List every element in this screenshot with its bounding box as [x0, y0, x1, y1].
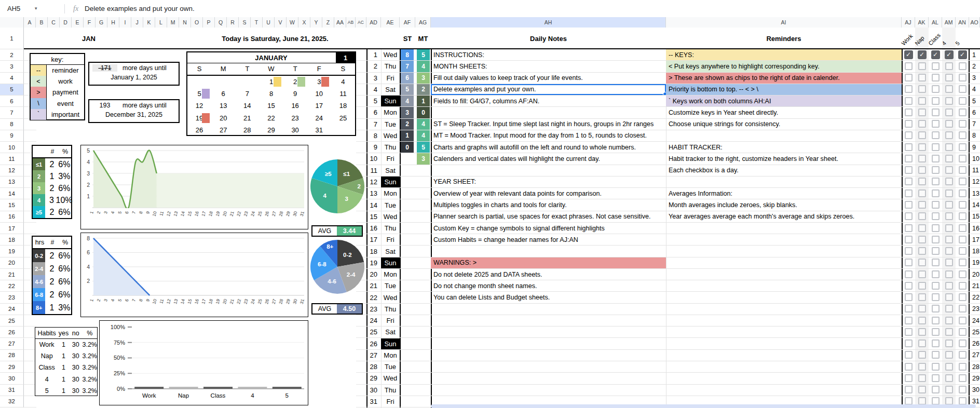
day-name-cell[interactable]: Mon [381, 188, 400, 199]
grid-line[interactable] [24, 396, 36, 407]
habit-checkbox-Work[interactable] [905, 351, 913, 359]
habit-checkbox-4[interactable] [945, 293, 953, 301]
key-symbol[interactable]: ` [31, 109, 47, 120]
habit-checkbox-4[interactable] [945, 282, 953, 290]
day-number-cell[interactable]: 8 [366, 130, 381, 141]
mood-tracker-cell[interactable]: 4 [417, 119, 430, 130]
day-number-cell[interactable]: 23 [366, 304, 381, 315]
day-name-cell[interactable]: Thu [381, 61, 400, 72]
habit-checkbox-Class[interactable]: ✓ [931, 50, 940, 59]
calendar-date[interactable]: 29 [267, 126, 275, 134]
day-name-cell[interactable]: Sun [381, 257, 400, 268]
habit-checkbox-5[interactable] [959, 247, 967, 255]
habits-summary-table[interactable]: Habitsyesno%Work1303.2%Nap1303.2%Class13… [35, 327, 98, 396]
day-row[interactable]: 20MonDo not delete 2025 and DATA sheets.… [366, 269, 980, 280]
habit-checkbox-4[interactable] [945, 224, 953, 232]
daily-note-cell[interactable]: MONTH SHEETS: [431, 61, 666, 72]
habit-checkbox-Nap[interactable] [918, 178, 926, 185]
day-name-cell[interactable]: Fri [381, 396, 400, 407]
scale-percent[interactable]: 6% [58, 275, 71, 288]
day-index-cell[interactable]: 12 [969, 176, 980, 187]
habit-checkbox-4[interactable] [945, 339, 953, 347]
column-header-AO[interactable]: AO [969, 17, 980, 28]
calendar-day-header[interactable]: S [187, 63, 211, 75]
day-number-cell[interactable]: 31 [366, 396, 381, 407]
calendar-date[interactable]: 16 [291, 102, 298, 110]
reminder-cell[interactable] [666, 234, 902, 245]
countdown-box[interactable]: 193more days untilDecember 31, 2025 [88, 99, 180, 123]
calendar-date-cell[interactable]: 4 [331, 76, 355, 88]
habit-name[interactable]: Nap [35, 352, 58, 360]
day-name-cell[interactable]: Sat [381, 327, 400, 337]
habit-checkbox-Nap[interactable] [918, 328, 926, 336]
day-index-cell[interactable]: 18 [969, 246, 980, 256]
day-index-cell[interactable]: 2 [969, 61, 980, 72]
day-name-cell[interactable]: Fri [381, 73, 400, 84]
row-header-17[interactable]: 17 [0, 223, 24, 234]
grid-line[interactable] [356, 373, 366, 384]
habit-checkbox-Nap[interactable] [918, 236, 926, 243]
day-name-cell[interactable]: Wed [381, 49, 400, 60]
habit-checkbox-Work[interactable] [905, 212, 913, 220]
habit-checkbox-5[interactable] [959, 108, 967, 116]
day-number-cell[interactable]: 5 [366, 96, 381, 106]
habit-checkbox-4[interactable] [945, 201, 953, 209]
day-index-cell[interactable]: 7 [969, 119, 980, 130]
daily-note-cell[interactable]: Multiples toggles in charts and tools fo… [431, 199, 666, 210]
habit-checkbox-Class[interactable] [932, 201, 940, 209]
countdown-box[interactable]: -171more days untilJanuary 1, 2025 [88, 62, 180, 86]
habit-checkbox-4[interactable] [945, 120, 953, 128]
habit-checkbox-Class[interactable] [932, 155, 940, 162]
day-row[interactable]: 17FriCustom Habits = change header names… [366, 234, 980, 246]
day-number-cell[interactable]: 21 [366, 280, 381, 291]
reminder-cell[interactable]: HABIT TRACKER: [666, 142, 902, 153]
scale-percent[interactable]: 6% [58, 206, 71, 218]
calendar-date-cell[interactable]: 1 [259, 76, 283, 88]
habit-checkbox-4[interactable] [945, 143, 953, 151]
calendar-date[interactable]: 30 [291, 126, 298, 134]
day-name-cell[interactable]: Mon [381, 269, 400, 280]
sleep-tracker-cell[interactable]: 6 [401, 73, 414, 84]
column-header-U[interactable]: U [263, 17, 275, 28]
key-label[interactable]: payment [47, 87, 84, 98]
key-symbol[interactable]: < [31, 76, 47, 87]
reminder-cell[interactable]: > These are shown as chips to the right … [666, 73, 902, 84]
day-name-cell[interactable]: Sun [381, 96, 400, 106]
scale-percent[interactable]: 3% [58, 170, 71, 182]
day-name-cell[interactable]: Thu [381, 142, 400, 153]
habit-checkbox-Work[interactable] [905, 143, 913, 151]
habit-checkbox-5[interactable] [959, 270, 967, 278]
day-index-cell[interactable]: 20 [969, 269, 980, 280]
calendar-date[interactable]: 11 [339, 90, 347, 98]
sleep-tracker-header[interactable]: ST [400, 28, 415, 49]
sleep-tracker-cell[interactable]: 4 [401, 96, 414, 106]
scale-row[interactable]: 4310% [33, 194, 71, 206]
habit-checkbox-5[interactable] [959, 317, 967, 324]
day-number-cell[interactable]: 4 [366, 84, 381, 95]
habit-checkbox-Class[interactable] [932, 259, 940, 266]
calendar-key-chip[interactable] [202, 113, 210, 123]
daily-note-cell[interactable]: You can delete Lists and Budget sheets. [431, 292, 666, 303]
calendar-date-cell[interactable]: 19 [187, 112, 211, 124]
day-row[interactable]: 11SatEach checkbox is a day.11 [366, 165, 980, 176]
day-number-cell[interactable]: 28 [366, 361, 381, 372]
day-name-cell[interactable]: Thu [381, 223, 400, 234]
habit-checkbox-Class[interactable] [932, 108, 940, 116]
habit-value[interactable]: 30 [69, 387, 83, 395]
calendar-date[interactable]: 10 [316, 90, 323, 98]
column-header-Q[interactable]: Q [215, 17, 227, 28]
habit-checkbox-4[interactable] [945, 131, 953, 139]
habit-value[interactable]: 3.2% [82, 387, 97, 395]
grid-line[interactable] [356, 396, 366, 407]
habit-checkbox-Work[interactable] [905, 85, 913, 93]
scale-row[interactable]: 326% [33, 182, 71, 194]
reminder-cell[interactable] [666, 315, 902, 326]
day-index-cell[interactable]: 28 [969, 361, 980, 372]
day-index-cell[interactable]: 3 [969, 73, 980, 84]
row-header-8[interactable]: 8 [0, 119, 24, 130]
calendar-date[interactable]: 21 [243, 114, 251, 122]
grid-line[interactable] [356, 73, 366, 84]
calendar-date-cell[interactable]: 5 [187, 88, 211, 100]
sleep-tracker-cell[interactable]: 0 [401, 142, 414, 153]
reminder-cell[interactable]: Habit tracker to the right, customize he… [666, 153, 902, 164]
